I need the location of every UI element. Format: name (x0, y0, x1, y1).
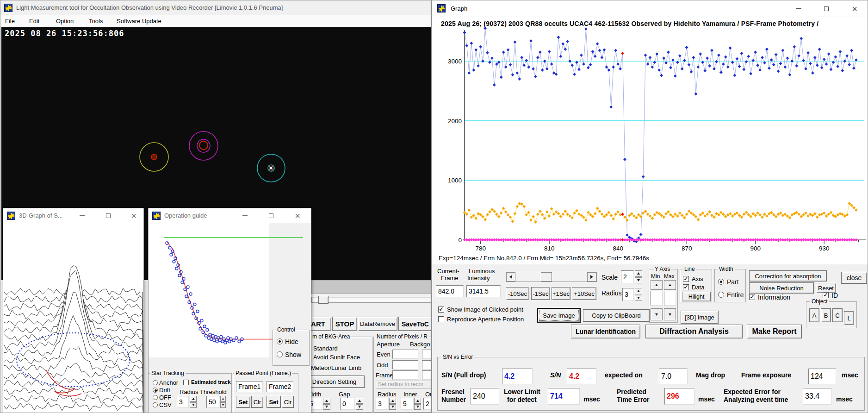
sn-full-field[interactable]: 4.2 (502, 369, 533, 384)
stop-button[interactable]: STOP (332, 317, 357, 331)
graph3d-titlebar[interactable]: 3D-Graph of S... × (3, 208, 143, 223)
even-aperture-field[interactable] (392, 350, 418, 359)
image-3d-button[interactable]: [3D] Image (681, 311, 719, 324)
radio-entire[interactable] (718, 292, 724, 298)
noise-reduction-button[interactable]: Noise Reduction (749, 282, 814, 294)
close-icon[interactable]: × (124, 208, 144, 223)
fresnel-field[interactable]: 240 (471, 388, 499, 405)
minimize-icon[interactable] (788, 0, 809, 17)
maximize-icon[interactable] (98, 208, 118, 223)
pixels-outer-field[interactable]: 2 (423, 398, 432, 410)
tracking-radius-field[interactable]: 3 (177, 396, 189, 408)
menu-file[interactable]: File (3, 15, 17, 27)
show-image-checkbox[interactable]: ✓ (438, 307, 444, 313)
save-image-button[interactable]: Save Image (537, 308, 581, 323)
object-c-button[interactable]: C (832, 308, 843, 322)
copy-clipboard-button[interactable]: Copy to ClipBoard (583, 309, 650, 322)
bkg-gap-spinner[interactable] (356, 398, 363, 410)
odd-aperture-field[interactable] (392, 360, 418, 369)
frame-background-field[interactable] (422, 370, 432, 380)
y-max-up-button[interactable] (664, 280, 676, 290)
radio-anchor[interactable] (153, 380, 158, 385)
line-data-checkbox[interactable]: ✓ (683, 284, 689, 290)
frame-slider-track[interactable] (311, 297, 431, 303)
close-icon[interactable]: × (844, 0, 865, 17)
plus1sec-button[interactable]: +1Sec (552, 287, 570, 300)
radio-part[interactable] (718, 279, 724, 285)
frame-aperture-field[interactable] (392, 370, 418, 380)
luminous-intensity-field[interactable]: 3141.5 (466, 285, 501, 297)
lower-limit-field[interactable]: 714 (548, 388, 580, 405)
hilight-button[interactable]: Hilight (682, 292, 711, 301)
menu-software-update[interactable]: Software Update (115, 15, 163, 27)
reproduce-checkbox[interactable] (438, 316, 444, 322)
main-titlebar[interactable]: Light Measurement tool for Occultation O… (0, 0, 431, 15)
scroll-right-arrow[interactable] (587, 272, 596, 282)
minus10sec-button[interactable]: -10Sec (506, 287, 529, 300)
passed-frame1-field[interactable]: Frame1 (236, 381, 263, 392)
radio-csv[interactable] (153, 402, 158, 407)
radio-off[interactable] (153, 395, 158, 400)
pixels-radius-field[interactable]: 3 (376, 398, 389, 410)
menu-option[interactable]: Option (54, 15, 75, 27)
make-report-button[interactable]: Make Report (747, 325, 802, 338)
passed-frame2-field[interactable]: Frame2 (267, 381, 293, 392)
information-checkbox[interactable]: ✓ (749, 294, 755, 300)
y-min-up-button[interactable] (651, 280, 663, 290)
scroll-thumb[interactable] (541, 272, 552, 282)
graph-titlebar[interactable]: Graph × (432, 0, 868, 17)
pixels-radius-spinner[interactable] (389, 398, 396, 410)
minimize-icon[interactable] (235, 208, 255, 223)
pixels-inner-field[interactable]: 5 (401, 398, 414, 410)
object-l-button[interactable]: L (844, 311, 854, 325)
minus1sec-button[interactable]: -1Sec (531, 287, 550, 300)
passed-clr2-button[interactable]: Clr (282, 396, 294, 408)
close-icon[interactable]: × (287, 208, 308, 223)
odd-background-field[interactable] (422, 360, 432, 369)
scale-spinner[interactable] (635, 270, 642, 283)
graph-radius-field[interactable]: 3 (622, 288, 634, 301)
maximize-icon[interactable] (816, 0, 837, 17)
even-background-field[interactable] (422, 350, 432, 359)
passed-set1-button[interactable]: Set (236, 396, 250, 408)
object-b-button[interactable]: B (821, 308, 831, 322)
menu-tools[interactable]: Tools (87, 15, 105, 27)
predicted-error-field[interactable]: 296 (664, 388, 694, 405)
op-guide-titlebar[interactable]: Operation guide × (149, 208, 311, 223)
close-graph-button[interactable]: close (841, 272, 867, 284)
frame-slider-thumb[interactable] (318, 296, 329, 304)
tracking-threshold-field[interactable]: 50 (206, 396, 219, 408)
radio-hide[interactable] (277, 338, 283, 344)
passed-clr1-button[interactable]: Clr (251, 396, 263, 408)
y-min-down-button[interactable] (651, 308, 663, 320)
light-curve-plot[interactable]: 7808108408709009300100020003000 (438, 27, 868, 259)
graph-radius-spinner[interactable] (635, 288, 642, 301)
tracking-radius-spinner[interactable] (190, 396, 197, 408)
expected-on-field[interactable]: 7.0 (659, 369, 688, 384)
lunar-identification-button[interactable]: Lunar Identification (571, 325, 640, 338)
object-a-button[interactable]: A (809, 308, 819, 322)
line-axis-checkbox[interactable]: ✓ (683, 276, 689, 282)
expected-err-field[interactable]: 33.4 (803, 388, 831, 405)
estimated-track-checkbox[interactable] (183, 380, 189, 385)
scale-field[interactable]: 2 (621, 270, 634, 283)
sn-field[interactable]: 4.2 (567, 369, 596, 384)
tracking-threshold-spinner[interactable] (220, 396, 226, 408)
current-frame-field[interactable]: 842.0 (436, 285, 464, 297)
frame-scrollbar[interactable] (506, 272, 597, 282)
pixels-inner-spinner[interactable] (414, 398, 421, 410)
frame-exposure-field[interactable]: 124 (808, 369, 836, 384)
passed-set2-button[interactable]: Set (267, 396, 281, 408)
minimize-icon[interactable] (72, 208, 92, 223)
y-max-down-button[interactable] (664, 308, 676, 320)
correction-absorption-button[interactable]: Correction for absorption (749, 270, 827, 282)
psf-3d-mesh-plot[interactable] (4, 223, 144, 413)
id-checkbox[interactable]: ✓ (823, 292, 829, 298)
y-min-field[interactable] (651, 291, 663, 306)
direction-setting-button[interactable]: Direction Setting (304, 375, 365, 388)
dataremove-button[interactable]: DataRemove (358, 317, 397, 331)
y-max-field[interactable] (664, 291, 676, 306)
diffraction-analysis-button[interactable]: Diffraction Analysis (645, 325, 743, 338)
maximize-icon[interactable] (261, 208, 281, 223)
bkg-gap-field[interactable]: 0 (340, 398, 355, 410)
